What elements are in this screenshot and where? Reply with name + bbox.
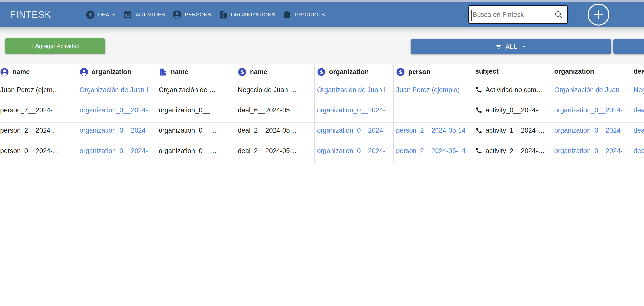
table-cell: Negocio de Juan … [235, 82, 314, 102]
search-input[interactable] [472, 11, 554, 19]
cell-text: activity_1__2024-… [486, 127, 545, 134]
table-cell: Juan Perez (ejemplo) [394, 82, 472, 102]
cell-text: Juan Perez (ejem… [0, 86, 59, 94]
table-cell: Organización de … [156, 82, 235, 102]
add-new-button[interactable] [588, 4, 610, 26]
column-header-label: organization [554, 68, 594, 75]
table-cell: Organización de Juan I [77, 82, 156, 102]
table-cell: organization_0__… [156, 102, 235, 122]
table-cell: Organización de Juan I [314, 82, 394, 102]
cell-link[interactable]: deal [634, 127, 644, 134]
cell-link[interactable]: deal [634, 106, 644, 114]
column-header-6-person: $person [394, 64, 472, 82]
table-cell: Neg [631, 82, 644, 102]
table-row: Juan Perez (ejem…Organización de Juan IO… [0, 82, 644, 102]
column-header-label: organization [92, 68, 132, 76]
svg-text:$: $ [89, 12, 92, 18]
cell-link[interactable]: organization_0__2024- [80, 127, 148, 134]
table-cell: activity_1__2024-… [472, 122, 552, 143]
app-header: FINTESK $DEALSACTIVITIESPERSONSORGANIZAT… [0, 2, 644, 27]
cell-text: organization_0__… [159, 106, 217, 114]
column-header-1-name: name [0, 64, 77, 82]
svg-text:$: $ [399, 69, 402, 75]
records-table-wrap: nameorganizationname$name$organization$p… [0, 64, 644, 163]
table-cell: organization_0__… [156, 143, 235, 163]
table-cell: person_2__2024-05-14 [394, 143, 472, 163]
add-activity-button[interactable]: + Agregar Actividad [5, 38, 105, 54]
cell-link[interactable]: Organización de Juan I [317, 86, 386, 94]
cell-link[interactable]: organization_0__2024- [317, 147, 385, 154]
nav-item-label: PRODUCTS [295, 12, 325, 18]
phone-icon [475, 86, 482, 93]
column-header-8-organization: organization [552, 64, 631, 82]
cell-text: person_0__2024-… [0, 147, 59, 154]
nav-item-deals[interactable]: $DEALS [86, 10, 116, 19]
cell-link[interactable]: organization_0__2024- [554, 106, 623, 114]
building-icon [159, 68, 168, 76]
filter-all-button[interactable]: ALL [410, 39, 611, 54]
dollar-icon: $ [238, 68, 246, 76]
nav-item-label: DEALS [98, 12, 116, 18]
cell-link[interactable]: organization_0__2024- [80, 147, 148, 154]
cell-link[interactable]: organization_0__2024- [80, 106, 148, 114]
cell-text: activity_2__2024-… [486, 147, 545, 155]
cell-link[interactable]: organization_0__2024- [554, 127, 623, 134]
table-cell: deal_6__2024-05… [235, 102, 314, 122]
cell-link[interactable]: organization_0__2024- [554, 147, 623, 154]
table-cell: organization_0__2024- [77, 122, 156, 143]
table-header-row: nameorganizationname$name$organization$p… [0, 64, 644, 82]
app-logo[interactable]: FINTESK [10, 10, 51, 20]
cell-link[interactable]: deal [634, 147, 644, 154]
table-cell: organization_0__2024- [552, 143, 631, 163]
cell-link[interactable]: organization_0__2024- [317, 106, 385, 114]
cell-link[interactable]: Organización de Juan I [554, 86, 623, 94]
table-cell: organization_0__… [156, 122, 235, 143]
column-header-label: deal [634, 68, 644, 75]
cell-text: Organización de … [159, 86, 216, 94]
plus-icon [592, 9, 605, 21]
cell-link[interactable]: Organización de Juan I [80, 86, 148, 94]
filter-icon [495, 43, 502, 50]
cell-link[interactable]: Neg [634, 86, 644, 94]
table-cell: deal_2__2024-05… [235, 143, 314, 163]
chevron-down-icon [520, 43, 527, 50]
column-header-9-deal: deal [631, 64, 644, 82]
nav-item-organizations[interactable]: ORGANIZATIONS [218, 10, 275, 19]
column-header-2-organization: organization [77, 64, 156, 82]
phone-icon [475, 147, 482, 154]
cell-text: person_2__2024-… [0, 127, 59, 134]
column-header-7-subject: subject [472, 64, 552, 82]
person-icon [0, 68, 9, 76]
cell-text: organization_0__… [159, 147, 217, 154]
cell-text: deal_2__2024-05… [238, 147, 296, 154]
table-cell: person_2__2024-… [0, 122, 77, 143]
building-icon [218, 10, 228, 19]
cell-link[interactable]: person_2__2024-05-14 [396, 127, 466, 134]
table-cell: organization_0__2024- [314, 143, 394, 163]
nav-item-activities[interactable]: ACTIVITIES [123, 10, 165, 19]
cell-link[interactable]: Juan Perez (ejemplo) [396, 86, 460, 94]
cell-text: Negocio de Juan … [238, 86, 296, 94]
nav-item-persons[interactable]: PERSONS [172, 10, 211, 19]
cell-text: Actividad no com… [486, 86, 543, 94]
table-cell: person_2__2024-05-14 [394, 122, 472, 143]
table-cell: Juan Perez (ejem… [0, 82, 77, 102]
table-cell: deal_2__2024-05… [235, 122, 314, 143]
cell-link[interactable]: person_2__2024-05-14 [396, 147, 466, 154]
table-cell: Actividad no com… [472, 82, 552, 102]
column-header-5-organization: $organization [314, 64, 394, 82]
nav-item-products[interactable]: PRODUCTS [282, 10, 325, 19]
table-cell: activity_0__2024-… [472, 102, 552, 122]
table-row: person_2__2024-…organization_0__2024-org… [0, 122, 644, 143]
table-row: person_0__2024-…organization_0__2024-org… [0, 143, 644, 163]
cell-text: person_7__2024-… [0, 106, 59, 114]
secondary-filter-button[interactable] [613, 39, 644, 54]
text-caret [472, 10, 472, 21]
table-cell: activity_2__2024-… [472, 143, 552, 163]
phone-icon [475, 127, 482, 134]
svg-text:$: $ [320, 69, 323, 75]
table-row: person_7__2024-…organization_0__2024-org… [0, 102, 644, 122]
table-cell: organization_0__2024- [552, 102, 631, 122]
nav-item-label: ACTIVITIES [136, 12, 165, 18]
cell-link[interactable]: organization_0__2024- [317, 127, 385, 134]
